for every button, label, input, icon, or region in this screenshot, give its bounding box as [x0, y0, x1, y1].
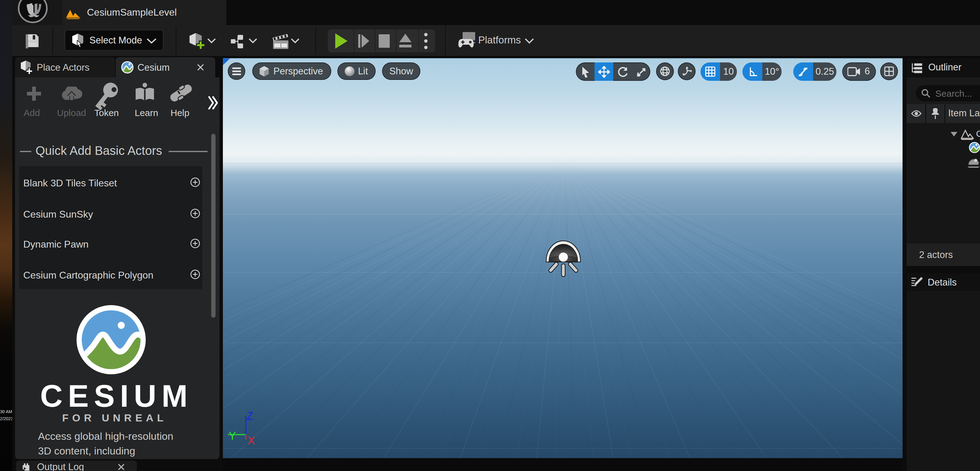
svg-text:X: X — [248, 434, 255, 447]
svg-text:Y: Y — [229, 430, 236, 442]
svg-text:Z: Z — [247, 410, 253, 422]
